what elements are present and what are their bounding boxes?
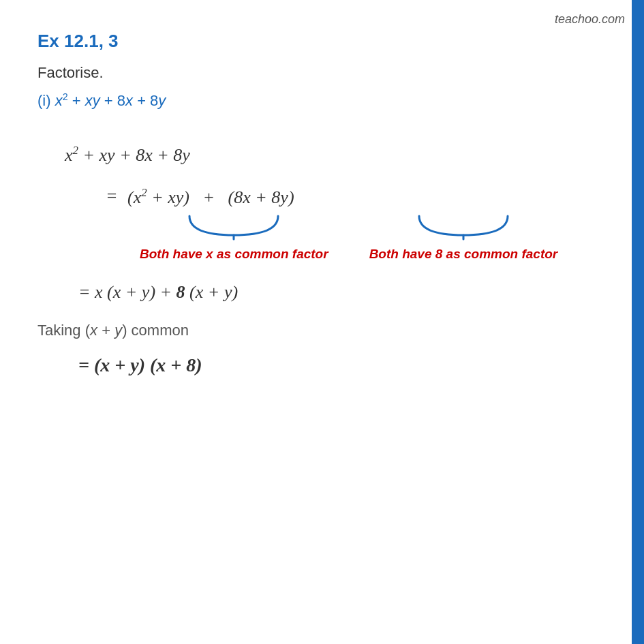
right-bar xyxy=(632,0,644,644)
step1-block: = (x2 + xy) + (8x + 8y) Both have x as c… xyxy=(65,186,603,262)
taking-common-label: Taking (x + y) common xyxy=(37,322,603,339)
annotation-right-group: Both have 8 as common factor xyxy=(369,215,558,262)
step1-expression: = (x2 + xy) + (8x + 8y) xyxy=(106,186,603,208)
step0-expression: x2 + xy + 8x + 8y xyxy=(65,144,603,166)
watermark: teachoo.com xyxy=(555,12,625,27)
annotation-row: Both have x as common factor Both have 8… xyxy=(140,215,603,262)
annotation-right-text: Both have 8 as common factor xyxy=(369,246,558,262)
left-brace-container xyxy=(140,215,328,239)
final-expression: = (x + y) (x + 8) xyxy=(78,354,603,376)
left-brace-svg xyxy=(186,215,281,239)
factorise-label: Factorise. xyxy=(37,64,603,82)
step2-expression: = x (x + y) + 8 (x + y) xyxy=(78,282,603,303)
annotation-left-group: Both have x as common factor xyxy=(140,215,328,262)
annotation-left-text: Both have x as common factor xyxy=(140,246,328,262)
right-brace-container xyxy=(369,215,558,239)
part-i-label: (i) x2 + xy + 8x + 8y xyxy=(37,91,603,110)
content-area: Ex 12.1, 3 Factorise. (i) x2 + xy + 8x +… xyxy=(0,0,644,403)
right-brace-svg xyxy=(416,215,511,239)
exercise-title: Ex 12.1, 3 xyxy=(37,31,603,52)
step0-block: x2 + xy + 8x + 8y xyxy=(65,144,603,166)
